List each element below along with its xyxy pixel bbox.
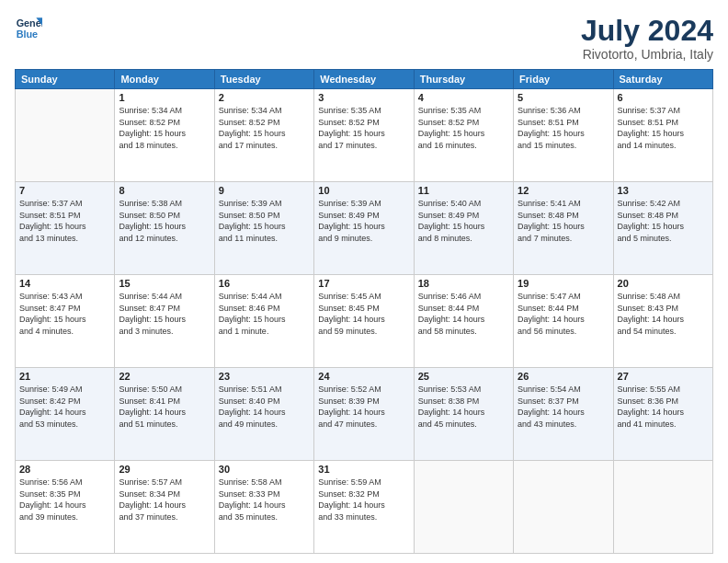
day-number: 7: [19, 185, 110, 196]
calendar-week-row: 14Sunrise: 5:43 AM Sunset: 8:47 PM Dayli…: [16, 275, 713, 368]
location: Rivotorto, Umbria, Italy: [581, 47, 713, 62]
table-row: 17Sunrise: 5:45 AM Sunset: 8:45 PM Dayli…: [314, 275, 414, 368]
day-info: Sunrise: 5:38 AM Sunset: 8:50 PM Dayligh…: [119, 198, 210, 244]
day-info: Sunrise: 5:40 AM Sunset: 8:49 PM Dayligh…: [418, 198, 509, 244]
calendar-week-row: 7Sunrise: 5:37 AM Sunset: 8:51 PM Daylig…: [16, 182, 713, 275]
col-thursday: Thursday: [414, 70, 513, 89]
col-saturday: Saturday: [613, 70, 712, 89]
table-row: 19Sunrise: 5:47 AM Sunset: 8:44 PM Dayli…: [514, 275, 613, 368]
logo-icon: General Blue: [15, 15, 42, 42]
calendar-week-row: 28Sunrise: 5:56 AM Sunset: 8:35 PM Dayli…: [16, 461, 713, 554]
day-number: 4: [418, 92, 509, 103]
table-row: 8Sunrise: 5:38 AM Sunset: 8:50 PM Daylig…: [115, 182, 214, 275]
table-row: 21Sunrise: 5:49 AM Sunset: 8:42 PM Dayli…: [16, 368, 115, 461]
table-row: 27Sunrise: 5:55 AM Sunset: 8:36 PM Dayli…: [613, 368, 712, 461]
day-number: 13: [618, 185, 709, 196]
day-info: Sunrise: 5:46 AM Sunset: 8:44 PM Dayligh…: [418, 291, 509, 337]
day-number: 9: [219, 185, 310, 196]
day-number: 16: [219, 278, 310, 289]
day-info: Sunrise: 5:34 AM Sunset: 8:52 PM Dayligh…: [219, 105, 310, 151]
calendar-header-row: Sunday Monday Tuesday Wednesday Thursday…: [16, 70, 713, 89]
day-number: 30: [219, 464, 310, 475]
title-block: July 2024 Rivotorto, Umbria, Italy: [581, 15, 713, 62]
day-info: Sunrise: 5:58 AM Sunset: 8:33 PM Dayligh…: [219, 477, 310, 523]
day-number: 27: [618, 371, 709, 382]
table-row: 12Sunrise: 5:41 AM Sunset: 8:48 PM Dayli…: [514, 182, 613, 275]
table-row: [414, 461, 513, 554]
day-info: Sunrise: 5:55 AM Sunset: 8:36 PM Dayligh…: [618, 384, 709, 430]
table-row: 26Sunrise: 5:54 AM Sunset: 8:37 PM Dayli…: [514, 368, 613, 461]
table-row: 18Sunrise: 5:46 AM Sunset: 8:44 PM Dayli…: [414, 275, 513, 368]
table-row: 23Sunrise: 5:51 AM Sunset: 8:40 PM Dayli…: [214, 368, 313, 461]
day-info: Sunrise: 5:42 AM Sunset: 8:48 PM Dayligh…: [618, 198, 709, 244]
day-number: 18: [418, 278, 509, 289]
table-row: [613, 461, 712, 554]
calendar-week-row: 21Sunrise: 5:49 AM Sunset: 8:42 PM Dayli…: [16, 368, 713, 461]
day-number: 1: [119, 92, 210, 103]
day-number: 28: [19, 464, 110, 475]
table-row: 25Sunrise: 5:53 AM Sunset: 8:38 PM Dayli…: [414, 368, 513, 461]
day-info: Sunrise: 5:53 AM Sunset: 8:38 PM Dayligh…: [418, 384, 509, 430]
day-info: Sunrise: 5:52 AM Sunset: 8:39 PM Dayligh…: [318, 384, 409, 430]
day-number: 14: [19, 278, 110, 289]
day-info: Sunrise: 5:39 AM Sunset: 8:49 PM Dayligh…: [318, 198, 409, 244]
table-row: 29Sunrise: 5:57 AM Sunset: 8:34 PM Dayli…: [115, 461, 214, 554]
col-wednesday: Wednesday: [314, 70, 414, 89]
day-info: Sunrise: 5:49 AM Sunset: 8:42 PM Dayligh…: [19, 384, 110, 430]
table-row: 30Sunrise: 5:58 AM Sunset: 8:33 PM Dayli…: [214, 461, 313, 554]
table-row: 10Sunrise: 5:39 AM Sunset: 8:49 PM Dayli…: [314, 182, 414, 275]
table-row: 1Sunrise: 5:34 AM Sunset: 8:52 PM Daylig…: [115, 89, 214, 182]
day-info: Sunrise: 5:37 AM Sunset: 8:51 PM Dayligh…: [618, 105, 709, 151]
day-info: Sunrise: 5:45 AM Sunset: 8:45 PM Dayligh…: [318, 291, 409, 337]
day-number: 25: [418, 371, 509, 382]
day-info: Sunrise: 5:44 AM Sunset: 8:47 PM Dayligh…: [119, 291, 210, 337]
day-info: Sunrise: 5:34 AM Sunset: 8:52 PM Dayligh…: [119, 105, 210, 151]
table-row: 6Sunrise: 5:37 AM Sunset: 8:51 PM Daylig…: [613, 89, 712, 182]
table-row: 14Sunrise: 5:43 AM Sunset: 8:47 PM Dayli…: [16, 275, 115, 368]
day-number: 19: [518, 278, 609, 289]
day-number: 29: [119, 464, 210, 475]
day-number: 2: [219, 92, 310, 103]
header: General Blue July 2024 Rivotorto, Umbria…: [15, 15, 713, 62]
month-title: July 2024: [581, 15, 713, 47]
table-row: 2Sunrise: 5:34 AM Sunset: 8:52 PM Daylig…: [214, 89, 313, 182]
table-row: 13Sunrise: 5:42 AM Sunset: 8:48 PM Dayli…: [613, 182, 712, 275]
table-row: 9Sunrise: 5:39 AM Sunset: 8:50 PM Daylig…: [214, 182, 313, 275]
table-row: 20Sunrise: 5:48 AM Sunset: 8:43 PM Dayli…: [613, 275, 712, 368]
day-info: Sunrise: 5:39 AM Sunset: 8:50 PM Dayligh…: [219, 198, 310, 244]
day-number: 17: [318, 278, 409, 289]
svg-text:Blue: Blue: [17, 29, 38, 40]
day-info: Sunrise: 5:35 AM Sunset: 8:52 PM Dayligh…: [418, 105, 509, 151]
day-info: Sunrise: 5:57 AM Sunset: 8:34 PM Dayligh…: [119, 477, 210, 523]
day-number: 15: [119, 278, 210, 289]
table-row: 4Sunrise: 5:35 AM Sunset: 8:52 PM Daylig…: [414, 89, 513, 182]
table-row: 31Sunrise: 5:59 AM Sunset: 8:32 PM Dayli…: [314, 461, 414, 554]
table-row: 24Sunrise: 5:52 AM Sunset: 8:39 PM Dayli…: [314, 368, 414, 461]
day-number: 11: [418, 185, 509, 196]
day-number: 24: [318, 371, 409, 382]
day-info: Sunrise: 5:47 AM Sunset: 8:44 PM Dayligh…: [518, 291, 609, 337]
day-number: 26: [518, 371, 609, 382]
day-info: Sunrise: 5:54 AM Sunset: 8:37 PM Dayligh…: [518, 384, 609, 430]
table-row: 16Sunrise: 5:44 AM Sunset: 8:46 PM Dayli…: [214, 275, 313, 368]
day-info: Sunrise: 5:37 AM Sunset: 8:51 PM Dayligh…: [19, 198, 110, 244]
day-number: 31: [318, 464, 409, 475]
day-number: 23: [219, 371, 310, 382]
day-info: Sunrise: 5:59 AM Sunset: 8:32 PM Dayligh…: [318, 477, 409, 523]
day-number: 3: [318, 92, 409, 103]
day-number: 12: [518, 185, 609, 196]
day-number: 5: [518, 92, 609, 103]
table-row: 7Sunrise: 5:37 AM Sunset: 8:51 PM Daylig…: [16, 182, 115, 275]
day-number: 22: [119, 371, 210, 382]
calendar-week-row: 1Sunrise: 5:34 AM Sunset: 8:52 PM Daylig…: [16, 89, 713, 182]
logo: General Blue: [15, 15, 42, 42]
col-monday: Monday: [115, 70, 214, 89]
table-row: 28Sunrise: 5:56 AM Sunset: 8:35 PM Dayli…: [16, 461, 115, 554]
col-friday: Friday: [514, 70, 613, 89]
day-number: 6: [618, 92, 709, 103]
table-row: 11Sunrise: 5:40 AM Sunset: 8:49 PM Dayli…: [414, 182, 513, 275]
day-number: 20: [618, 278, 709, 289]
day-number: 21: [19, 371, 110, 382]
day-number: 8: [119, 185, 210, 196]
day-info: Sunrise: 5:56 AM Sunset: 8:35 PM Dayligh…: [19, 477, 110, 523]
